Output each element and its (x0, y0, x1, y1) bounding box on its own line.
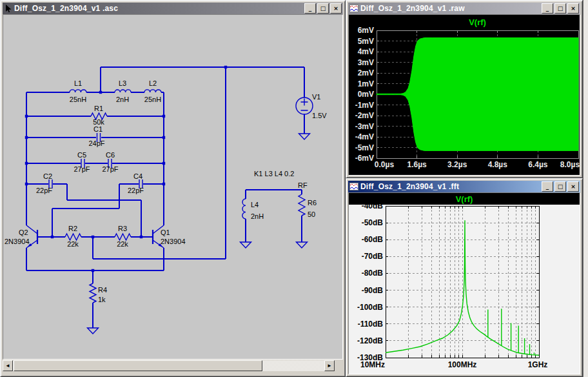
ref-label[interactable]: L3 (119, 79, 126, 87)
titlebar-waveform[interactable]: Diff_Osz_1_2n3904_v1 .raw _ □ × (348, 3, 580, 14)
component-L1[interactable]: L1 25nH (70, 79, 86, 103)
component-Q2[interactable]: Q2 2N3904 (5, 225, 37, 248)
raw-x-tick-label: 6.4µs (528, 160, 548, 169)
scroll-left-button[interactable]: ◄ (3, 360, 13, 371)
ground-icon (240, 242, 251, 248)
value-label[interactable]: 25nH (144, 96, 161, 103)
close-button[interactable]: × (330, 3, 342, 14)
raw-y-tick-label: 1mV (358, 79, 374, 88)
h-scrollbar[interactable]: ◄ ► (3, 360, 335, 371)
value-label[interactable]: 22k (67, 240, 79, 248)
schematic-svg[interactable]: L1 25nH L3 2nH L2 25nH R1 50k (3, 15, 343, 359)
fft-y-tick-label: -80dB (362, 269, 384, 278)
component-C1[interactable]: C1 24pF (88, 125, 104, 147)
component-R3[interactable]: R3 22k (115, 225, 131, 248)
ref-label[interactable]: R1 (94, 105, 103, 112)
raw-plot-title[interactable]: V(rf) (469, 17, 486, 27)
minimize-button[interactable]: _ (304, 3, 316, 14)
ground-icon (299, 134, 310, 139)
ref-label[interactable]: Q1 (161, 229, 170, 236)
maximize-button[interactable]: □ (317, 3, 329, 14)
value-label[interactable]: 2nH (251, 212, 264, 220)
wire[interactable] (26, 237, 164, 328)
scroll-right-button[interactable]: ► (324, 360, 335, 371)
value-label[interactable]: 2nH (116, 96, 129, 103)
scrollbar-thumb[interactable] (14, 360, 262, 371)
value-label[interactable]: 25nH (70, 96, 86, 103)
ground-icon (297, 242, 308, 248)
titlebar-schematic[interactable]: Diff_Osz_1_2n3904_v1 .asc _ □ × (3, 3, 343, 14)
value-label[interactable]: 24pF (88, 139, 104, 147)
fft-y-tick-label: -50dB (362, 218, 384, 227)
close-button[interactable]: × (567, 181, 579, 192)
component-L2[interactable]: L2 25nH (144, 79, 161, 103)
component-L4[interactable]: L4 2nH (242, 199, 264, 220)
component-C2[interactable]: C2 22pF (36, 172, 52, 194)
ref-label[interactable]: C5 (77, 151, 86, 159)
value-label[interactable]: 2N3904 (5, 238, 30, 245)
fft-plot-title[interactable]: V(rf) (456, 194, 473, 204)
component-V1[interactable]: V1 1.5V (296, 93, 327, 119)
minimize-button[interactable]: _ (542, 3, 553, 14)
raw-y-tick-label: 6mV (358, 26, 374, 35)
ref-label[interactable]: R3 (118, 225, 127, 232)
value-label[interactable]: 22k (117, 240, 128, 248)
maximize-button[interactable]: □ (554, 3, 566, 14)
net-label-rf[interactable]: RF (298, 181, 308, 189)
value-label[interactable]: 22pF (36, 187, 52, 194)
wires[interactable] (26, 67, 304, 328)
ref-label[interactable]: V1 (312, 93, 320, 101)
ref-label[interactable]: Q2 (19, 229, 28, 236)
ref-label[interactable]: L2 (149, 79, 157, 87)
fft-x-tick-label: 10MHz (360, 360, 385, 369)
fft-y-tick-label: -90dB (362, 286, 384, 295)
window-title: Diff_Osz_1_2n3904_v1 .raw (360, 4, 540, 13)
raw-y-tick-label: -6mV (355, 154, 374, 163)
component-C4[interactable]: C4 22pF (128, 172, 144, 194)
schematic-canvas[interactable]: L1 25nH L3 2nH L2 25nH R1 50k (3, 14, 343, 360)
close-button[interactable]: × (567, 3, 579, 14)
component-R2[interactable]: R2 22k (65, 225, 81, 248)
value-label[interactable]: 22pF (128, 187, 144, 194)
component-R1[interactable]: R1 50k (91, 105, 107, 126)
fft-trace-label-strip: V(rf) (349, 193, 580, 205)
waveform-pane[interactable]: 6mV5mV4mV3mV2mV1mV0mV-1mV-2mV-3mV-4mV-5m… (348, 14, 580, 176)
component-Q1[interactable]: Q1 2N3904 (153, 225, 186, 248)
ref-label[interactable]: C4 (133, 172, 142, 180)
window-title: Diff_Osz_1_2n3904_v1 .fft (360, 182, 540, 191)
waveform-plot-svg[interactable]: 6mV5mV4mV3mV2mV1mV0mV-1mV-2mV-3mV-4mV-5m… (349, 15, 581, 176)
ref-label[interactable]: C1 (93, 125, 103, 133)
fft-plot-svg[interactable]: -40dB-50dB-60dB-70dB-80dB-90dB-100dB-110… (349, 205, 581, 375)
window-schematic: Diff_Osz_1_2n3904_v1 .asc _ □ × (0, 0, 346, 377)
maximize-button[interactable]: □ (554, 181, 566, 192)
component-C5[interactable]: C5 27pF (74, 151, 90, 173)
fft-y-tick-label: -40dB (362, 205, 384, 210)
ref-label[interactable]: R2 (68, 225, 77, 232)
component-C6[interactable]: C6 27pF (102, 151, 118, 173)
component-R4[interactable]: R4 1k (90, 283, 107, 303)
ref-label[interactable]: C6 (106, 151, 115, 159)
fft-y-tick-label: -60dB (362, 235, 384, 244)
minimize-button[interactable]: _ (542, 181, 553, 192)
value-label[interactable]: 27pF (102, 165, 118, 173)
window-title: Diff_Osz_1_2n3904_v1 .asc (14, 4, 302, 13)
fft-y-tick-label: -70dB (362, 252, 384, 261)
value-label[interactable]: 1.5V (312, 112, 327, 119)
ref-label[interactable]: R4 (98, 286, 107, 294)
value-label[interactable]: 2N3904 (161, 238, 186, 245)
window-fft: Diff_Osz_1_2n3904_v1 .fft _ □ × V(rf) -4… (346, 178, 583, 377)
component-R6[interactable]: R6 50 (299, 194, 317, 218)
titlebar-fft[interactable]: Diff_Osz_1_2n3904_v1 .fft _ □ × (348, 181, 580, 192)
fft-pane[interactable]: V(rf) -40dB-50dB-60dB-70dB-80dB-90dB-100… (348, 192, 580, 374)
ref-label[interactable]: L4 (251, 201, 259, 209)
spice-directive[interactable]: K1 L3 L4 0.2 (254, 170, 294, 178)
fft-x-tick-label: 1GHz (528, 360, 548, 369)
ref-label[interactable]: R6 (308, 199, 317, 207)
component-L3[interactable]: L3 2nH (115, 79, 131, 103)
value-label[interactable]: 1k (98, 296, 106, 303)
value-label[interactable]: 27pF (74, 165, 90, 173)
value-label[interactable]: 50 (308, 210, 315, 218)
ref-label[interactable]: L1 (74, 79, 82, 87)
ref-label[interactable]: C2 (43, 172, 52, 180)
mdi-right-scroll-strip[interactable] (583, 0, 588, 377)
